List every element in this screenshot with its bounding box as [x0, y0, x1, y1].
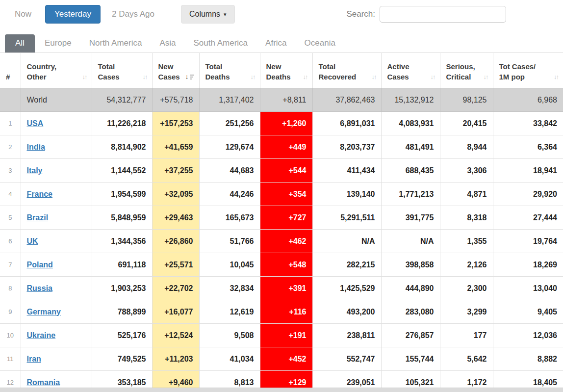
cell-cases-per-1m: 9,405	[493, 300, 563, 324]
cell-active-cases: 155,744	[381, 347, 440, 371]
sort-icon[interactable]: ↓↑	[251, 72, 256, 82]
table-row: 1USA11,226,218+157,253251,256+1,2606,891…	[0, 112, 563, 135]
cell-new-cases: +32,095	[152, 183, 199, 206]
two-days-ago-button[interactable]: 2 Days Ago	[112, 9, 154, 19]
tab-south-america[interactable]: South America	[194, 34, 248, 52]
row-rank: 8	[0, 277, 21, 300]
country-cell: France	[21, 183, 92, 206]
column-header-new-cases[interactable]: NewCases↓	[152, 53, 199, 88]
column-header-total-cases[interactable]: TotalCases↓↑	[92, 53, 152, 88]
header-label-line2: Recovered	[319, 72, 357, 82]
cell-total-recovered: 8,203,737	[312, 135, 381, 159]
cell-serious-critical: 5,642	[440, 347, 493, 371]
search-input[interactable]	[380, 6, 506, 23]
header-label-line1: Total	[98, 61, 148, 72]
columns-dropdown-button[interactable]: Columns ▾	[181, 5, 235, 24]
sort-icon[interactable]: ↓↑	[431, 72, 436, 82]
horizontal-scrollbar[interactable]	[0, 388, 563, 392]
column-header-new-deaths[interactable]: NewDeaths↓↑	[260, 53, 312, 88]
now-button[interactable]: Now	[15, 9, 31, 19]
cell-total-recovered: 282,215	[312, 253, 381, 277]
cell-active-cases: 1,771,213	[381, 183, 440, 206]
column-header-serious-critical[interactable]: Serious,Critical↓↑	[440, 53, 493, 88]
row-rank: 4	[0, 183, 21, 206]
country-link[interactable]: USA	[27, 119, 44, 128]
column-header-country[interactable]: Country,Other↓↑	[21, 53, 92, 88]
cell-cases-per-1m: 27,444	[493, 206, 563, 230]
sort-icon[interactable]: ↓↑	[303, 72, 308, 82]
sort-icon[interactable]: ↓↑	[82, 72, 88, 82]
cell-total-deaths: 10,045	[199, 253, 260, 277]
cell-active-cases: N/A	[381, 230, 440, 253]
sort-descending-active-icon[interactable]: ↓	[185, 72, 195, 82]
cell-cases-per-1m: 29,920	[493, 183, 563, 206]
country-link[interactable]: India	[27, 143, 45, 151]
cell-total-cases: 5,848,959	[92, 206, 152, 230]
column-header-active-cases[interactable]: ActiveCases↓↑	[381, 53, 440, 88]
cell-active-cases: 444,890	[381, 277, 440, 300]
header-label-line2: Critical	[446, 72, 471, 82]
header-label-line1: Total	[319, 61, 377, 72]
cell-new-cases: +26,860	[152, 230, 199, 253]
row-rank: 2	[0, 135, 21, 159]
row-rank: 7	[0, 253, 21, 277]
country-cell: UK	[21, 230, 92, 253]
cell-total-recovered: 1,425,529	[312, 277, 381, 300]
column-header-total-deaths[interactable]: TotalDeaths↓↑	[199, 53, 260, 88]
table-row: 2India8,814,902+41,659129,674+4498,203,7…	[0, 135, 563, 159]
country-link[interactable]: Germany	[27, 308, 61, 316]
cell-active-cases: 688,435	[381, 159, 440, 183]
country-link[interactable]: Romania	[27, 378, 60, 387]
sort-icon[interactable]: ↓↑	[143, 72, 148, 82]
header-label-line1: Serious,	[446, 61, 489, 72]
sort-icon[interactable]: ↓↑	[554, 72, 559, 82]
yesterday-button[interactable]: Yesterday	[45, 5, 101, 24]
cell-cases-per-1m: 19,764	[493, 230, 563, 253]
header-label-line2: Other	[27, 72, 47, 82]
country-link[interactable]: UK	[27, 237, 38, 245]
country-cell: Germany	[21, 300, 92, 324]
tab-north-america[interactable]: North America	[89, 34, 142, 52]
search-label: Search:	[346, 9, 375, 19]
column-header-cases-per-1m[interactable]: Tot Cases/1M pop↓↑	[493, 53, 563, 88]
sort-icon[interactable]: ↓↑	[484, 72, 489, 82]
sort-icon[interactable]: ↓↑	[372, 72, 377, 82]
row-rank: 5	[0, 206, 21, 230]
cell-total-recovered: N/A	[312, 230, 381, 253]
header-label-line2: Cases	[387, 72, 409, 82]
country-link[interactable]: Iran	[27, 355, 41, 363]
cell-serious-critical: 2,300	[440, 277, 493, 300]
country-link[interactable]: Russia	[27, 284, 52, 292]
world-label: World	[27, 96, 48, 104]
country-cell: Italy	[21, 159, 92, 183]
header-label-line2: 1M pop	[499, 72, 525, 82]
header-label-line2: Deaths	[266, 72, 291, 82]
tab-oceania[interactable]: Oceania	[305, 34, 335, 52]
header-label-line2: Deaths	[205, 72, 230, 82]
cell-total-cases: 54,312,777	[92, 88, 152, 112]
tab-asia[interactable]: Asia	[159, 34, 176, 52]
header-label-line1: New	[266, 61, 308, 72]
cell-total-deaths: 51,766	[199, 230, 260, 253]
continent-tabs: All Europe North America Asia South Amer…	[5, 34, 563, 52]
country-link[interactable]: France	[27, 190, 52, 198]
cell-total-cases: 788,899	[92, 300, 152, 324]
cell-cases-per-1m: 6,364	[493, 135, 563, 159]
cell-total-recovered: 552,747	[312, 347, 381, 371]
tab-africa[interactable]: Africa	[265, 34, 286, 52]
column-header-total-recovered[interactable]: TotalRecovered↓↑	[312, 53, 381, 88]
tab-all[interactable]: All	[5, 34, 35, 52]
table-row: 11Iran749,525+11,20341,034+452552,747155…	[0, 347, 563, 371]
cell-serious-critical: 2,126	[440, 253, 493, 277]
header-label-line1: Tot Cases/	[499, 61, 560, 72]
country-link[interactable]: Ukraine	[27, 331, 56, 340]
country-link[interactable]: Brazil	[27, 213, 49, 222]
country-link[interactable]: Poland	[27, 261, 53, 269]
table-row: 7Poland691,118+25,57110,045+548282,21539…	[0, 253, 563, 277]
cell-new-cases: +37,255	[152, 159, 199, 183]
table-row: 5Brazil5,848,959+29,463165,673+7275,291,…	[0, 206, 563, 230]
country-link[interactable]: Italy	[27, 166, 43, 175]
tab-europe[interactable]: Europe	[45, 34, 72, 52]
cell-new-deaths: +116	[260, 300, 312, 324]
cell-serious-critical: 3,299	[440, 300, 493, 324]
